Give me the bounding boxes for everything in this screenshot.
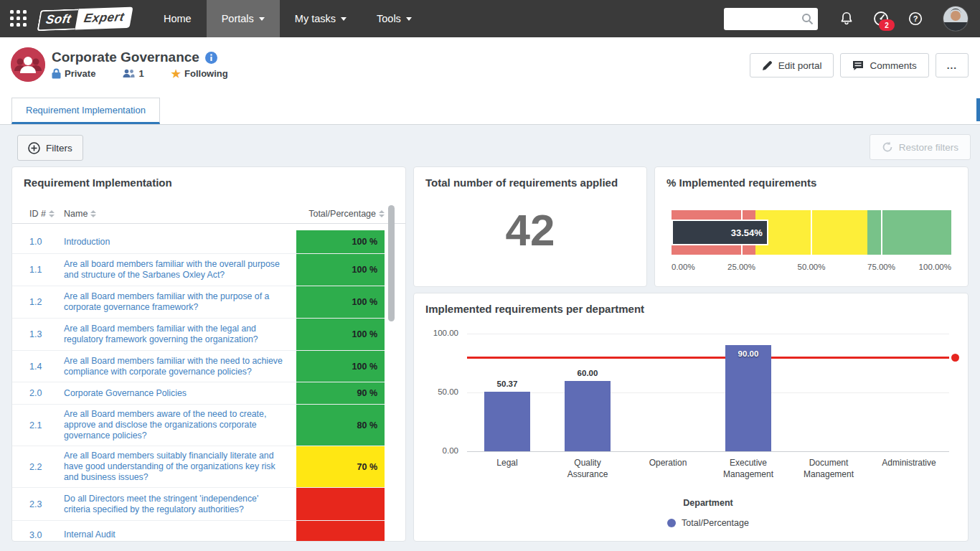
page-title: Corporate Governance: [52, 50, 199, 65]
card-title: % Implemented requirements: [666, 176, 816, 189]
row-id-link[interactable]: 1.1: [29, 265, 64, 275]
chevron-down-icon: [341, 17, 347, 21]
y-gridline: [467, 334, 949, 334]
card-title: Total number of requirements applied: [425, 176, 618, 189]
table-row[interactable]: 2.0Corporate Governance Policies90 %: [12, 382, 385, 405]
y-gridline: [467, 392, 949, 393]
column-header-id[interactable]: ID #: [29, 209, 64, 219]
bar-value-label: 50.37: [475, 380, 540, 388]
visibility-status: Private: [52, 68, 95, 79]
bullet-gridline: [881, 210, 882, 255]
nav-item-home[interactable]: Home: [149, 0, 207, 37]
table-row[interactable]: 2.3Do all Directors meet the stringent '…: [12, 488, 385, 521]
row-id-link[interactable]: 1.3: [29, 329, 64, 339]
portal-header: Corporate Governance Private 1 ★ Followi…: [0, 37, 980, 125]
app-grid-icon[interactable]: [10, 10, 27, 27]
column-header-total-percentage[interactable]: Total/Percentage: [296, 209, 385, 219]
row-percentage-cell: 80 %: [296, 405, 385, 446]
row-name-link[interactable]: Corporate Governance Policies: [64, 385, 296, 402]
chevron-down-icon: [406, 17, 412, 21]
star-icon: ★: [171, 68, 181, 79]
notifications-bell-icon[interactable]: [838, 10, 855, 27]
table-scrollbar[interactable]: [388, 205, 395, 321]
row-name-link[interactable]: Internal Audit: [64, 526, 296, 542]
search-icon[interactable]: [801, 13, 814, 25]
x-axis-title: Department: [467, 498, 949, 508]
people-icon: [123, 69, 135, 78]
row-percentage-cell: 100 %: [296, 286, 385, 318]
row-percentage-cell: 100 %: [296, 351, 385, 382]
table-row[interactable]: 1.1Are all board members familiar with t…: [12, 254, 385, 286]
row-name-link[interactable]: Do all Directors meet the stringent 'ind…: [64, 490, 296, 519]
row-name-link[interactable]: Are all Board members familiar with the …: [64, 352, 296, 381]
bullet-tick-label: 50.00%: [797, 263, 825, 271]
pending-tasks-gauge-icon[interactable]: 2: [872, 10, 890, 27]
row-name-link[interactable]: Are all board members familiar with the …: [64, 255, 296, 284]
row-id-link[interactable]: 2.3: [29, 499, 64, 509]
row-name-link[interactable]: Are all Board members aware of the need …: [64, 405, 296, 445]
bullet-tick-label: 100.00%: [919, 263, 951, 271]
members-count[interactable]: 1: [123, 68, 143, 79]
total-requirements-card: Total number of requirements applied 42: [413, 166, 647, 287]
row-id-link[interactable]: 1.2: [29, 297, 64, 307]
row-id-link[interactable]: 1.0: [29, 237, 64, 247]
help-icon[interactable]: ?: [907, 10, 924, 27]
user-avatar[interactable]: [943, 6, 969, 32]
tab-requirement-implementation[interactable]: Requirement Implementation: [11, 98, 160, 124]
circle-plus-icon: [28, 142, 40, 154]
nav-item-portals[interactable]: Portals: [207, 0, 280, 37]
x-category-label: Administrative: [869, 457, 949, 468]
more-options-button[interactable]: ...: [936, 53, 969, 77]
y-tick-label: 100.00: [414, 329, 458, 337]
comment-icon: [852, 60, 864, 71]
comments-button[interactable]: Comments: [840, 53, 928, 77]
legend-marker: [667, 519, 676, 527]
table-row[interactable]: 1.4Are all Board members familiar with t…: [12, 351, 385, 382]
total-requirements-value: 42: [414, 204, 646, 255]
bullet-measure-bar: 33.54%: [672, 220, 768, 245]
row-name-link[interactable]: Are all Board members familiar with the …: [64, 288, 296, 316]
table-row[interactable]: 2.2Are all Board members suitably financ…: [12, 446, 385, 488]
row-id-link[interactable]: 2.1: [29, 420, 64, 430]
row-percentage-cell: 100 %: [296, 230, 385, 253]
nav-item-my-tasks[interactable]: My tasks: [280, 0, 362, 37]
edit-portal-button[interactable]: Edit portal: [750, 53, 834, 77]
row-name-link[interactable]: Are all Board members familiar with the …: [64, 320, 296, 349]
row-name-link[interactable]: Are all Board members suitably financial…: [64, 447, 296, 486]
svg-text:?: ?: [913, 14, 918, 23]
requirement-table-card: Requirement Implementation ID # Name Tot…: [11, 166, 406, 542]
restore-filters-button[interactable]: Restore filters: [870, 134, 971, 160]
info-icon[interactable]: [205, 52, 217, 64]
nav-item-tools[interactable]: Tools: [362, 0, 427, 37]
bar-executive-management[interactable]: [725, 345, 771, 451]
table-row[interactable]: 3.0Internal Audit: [12, 521, 385, 542]
table-row[interactable]: 2.1Are all Board members aware of the ne…: [12, 405, 385, 446]
table-row[interactable]: 1.3Are all Board members familiar with t…: [12, 319, 385, 351]
table-row[interactable]: 1.2Are all Board members familiar with t…: [12, 286, 385, 319]
x-category-label: Quality Assurance: [547, 457, 628, 480]
nav-right-cluster: 2 ?: [724, 0, 980, 37]
bar-quality-assurance[interactable]: [565, 381, 611, 451]
bar-legal[interactable]: [484, 392, 530, 451]
app-root: Soft Expert Home Portals My tasks Tools: [0, 0, 980, 551]
y-tick-label: 50.00: [414, 387, 458, 396]
table-body: 1.0Introduction100 %1.1Are all board mem…: [12, 224, 405, 541]
table-row[interactable]: 1.0Introduction100 %: [12, 230, 385, 254]
row-name-link[interactable]: Introduction: [64, 233, 296, 251]
row-id-link[interactable]: 2.2: [29, 462, 64, 472]
softexpert-logo[interactable]: Soft Expert: [39, 6, 132, 30]
top-navbar: Soft Expert Home Portals My tasks Tools: [0, 0, 980, 37]
row-id-link[interactable]: 3.0: [29, 530, 64, 540]
chevron-down-icon: [259, 17, 265, 21]
row-id-link[interactable]: 1.4: [29, 362, 64, 372]
bar-value-label: 90.00: [716, 349, 781, 358]
portal-title-row: Corporate Governance: [52, 50, 217, 65]
bullet-tick-label: 75.00%: [867, 263, 895, 271]
filters-button[interactable]: Filters: [17, 135, 83, 161]
nav-menu: Home Portals My tasks Tools: [149, 0, 427, 37]
row-id-link[interactable]: 2.0: [29, 388, 64, 398]
bullet-chart: 33.54%: [672, 210, 951, 255]
chart-legend: Total/Percentage: [467, 518, 949, 528]
following-toggle[interactable]: ★ Following: [171, 68, 228, 79]
column-header-name[interactable]: Name: [64, 209, 296, 219]
